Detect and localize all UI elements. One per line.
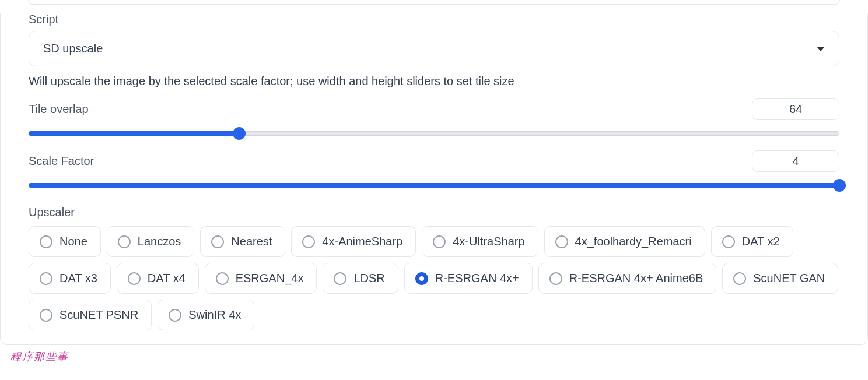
upscaler-option[interactable]: DAT x2: [711, 226, 793, 257]
radio-icon: [211, 235, 224, 248]
upscaler-option-label: R-ESRGAN 4x+: [435, 272, 519, 285]
slider-thumb[interactable]: [833, 179, 846, 192]
radio-icon: [334, 272, 346, 285]
upscaler-option-label: SwinIR 4x: [188, 308, 241, 322]
upscaler-option-label: DAT x4: [148, 272, 186, 285]
radio-icon: [128, 272, 141, 285]
scale-factor-label: Scale Factor: [29, 154, 94, 168]
upscaler-option[interactable]: LDSR: [323, 263, 398, 294]
upscaler-option-label: None: [60, 235, 88, 248]
script-help-text: Will upscale the image by the selected s…: [29, 75, 839, 88]
upscaler-option[interactable]: 4x-UltraSharp: [422, 226, 538, 257]
script-select[interactable]: SD upscale: [29, 31, 839, 66]
upscaler-option-label: DAT x2: [742, 235, 780, 248]
upscaler-option[interactable]: Lanczos: [107, 226, 195, 257]
upscaler-option-label: R-ESRGAN 4x+ Anime6B: [569, 272, 704, 285]
radio-icon: [302, 235, 315, 248]
tile-overlap-label: Tile overlap: [29, 103, 89, 116]
upscaler-option-label: 4x_foolhardy_Remacri: [575, 235, 692, 248]
previous-panel-bottom: [28, 0, 840, 5]
radio-icon: [40, 309, 52, 322]
upscaler-option-label: 4x-AnimeSharp: [322, 235, 402, 248]
script-label: Script: [29, 13, 839, 26]
upscaler-option-label: 4x-UltraSharp: [453, 235, 524, 248]
radio-icon: [169, 309, 181, 322]
scale-factor-row: Scale Factor 4: [29, 150, 839, 192]
upscaler-option[interactable]: DAT x4: [117, 263, 199, 294]
upscaler-option-label: Nearest: [231, 235, 272, 248]
radio-icon: [415, 272, 428, 285]
upscaler-option[interactable]: Nearest: [200, 226, 285, 257]
radio-icon: [722, 235, 735, 248]
upscaler-option[interactable]: 4x_foolhardy_Remacri: [544, 226, 705, 257]
sd-upscale-panel: Script SD upscale Will upscale the image…: [0, 13, 868, 345]
upscaler-option[interactable]: DAT x3: [29, 263, 111, 294]
upscaler-option-label: ScuNET PSNR: [60, 308, 138, 322]
radio-icon: [550, 272, 562, 285]
upscaler-option-label: LDSR: [354, 272, 384, 285]
radio-icon: [555, 235, 568, 248]
radio-icon: [433, 235, 446, 248]
upscaler-option-label: ScuNET GAN: [753, 272, 825, 285]
upscaler-option[interactable]: SwinIR 4x: [158, 300, 254, 330]
radio-icon: [733, 272, 746, 285]
radio-icon: [216, 272, 229, 285]
upscaler-option-label: Lanczos: [138, 235, 181, 248]
radio-icon: [40, 272, 52, 285]
upscaler-option[interactable]: ScuNET GAN: [722, 263, 838, 294]
scale-factor-value[interactable]: 4: [752, 150, 839, 172]
slider-thumb[interactable]: [233, 127, 246, 140]
upscaler-option[interactable]: 4x-AnimeSharp: [291, 226, 416, 257]
upscaler-option[interactable]: R-ESRGAN 4x+: [404, 263, 533, 294]
caret-down-icon: [817, 47, 825, 51]
slider-fill: [29, 131, 239, 136]
scale-factor-slider[interactable]: [29, 179, 839, 192]
upscaler-option-label: DAT x3: [60, 272, 97, 285]
upscaler-radio-group: NoneLanczosNearest4x-AnimeSharp4x-UltraS…: [29, 226, 839, 330]
script-select-value: SD upscale: [43, 42, 103, 55]
tile-overlap-value[interactable]: 64: [752, 98, 839, 120]
tile-overlap-slider[interactable]: [29, 127, 839, 140]
radio-icon: [118, 235, 131, 248]
upscaler-option[interactable]: R-ESRGAN 4x+ Anime6B: [538, 263, 717, 294]
upscaler-option[interactable]: None: [29, 226, 101, 257]
radio-icon: [40, 235, 52, 248]
tile-overlap-row: Tile overlap 64: [29, 98, 839, 140]
slider-fill: [29, 183, 839, 188]
upscaler-option[interactable]: ScuNET PSNR: [29, 300, 152, 330]
upscaler-label: Upscaler: [29, 206, 839, 219]
upscaler-option-label: ESRGAN_4x: [236, 272, 304, 285]
upscaler-option[interactable]: ESRGAN_4x: [205, 263, 317, 294]
